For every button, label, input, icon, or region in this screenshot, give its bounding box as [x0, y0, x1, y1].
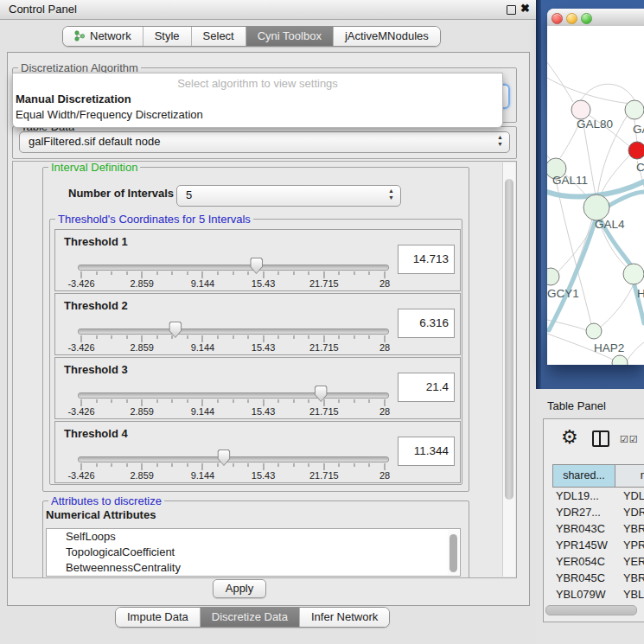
tab-discretize-data[interactable]: Discretize Data	[200, 608, 299, 627]
numerical-attributes-list[interactable]: SelfLoops TopologicalCoefficient Between…	[46, 528, 461, 577]
cell-shared: YBR045C	[552, 570, 618, 586]
table-row[interactable]: YBR043CYBR043C	[552, 520, 644, 537]
list-scrollbar[interactable]	[448, 530, 459, 575]
split-columns-icon[interactable]	[592, 430, 609, 447]
node-green-top[interactable]	[625, 100, 644, 119]
threshold-4-value-field[interactable]: 11.344	[398, 437, 455, 466]
threshold-2-value-field[interactable]: 6.316	[398, 309, 455, 338]
float-window-icon[interactable]	[507, 5, 516, 15]
algorithm-option-equal-width[interactable]: Equal Width/Frequency Discretization	[16, 108, 203, 121]
tab-infer-network[interactable]: Infer Network	[299, 608, 389, 627]
tab-network[interactable]: Network	[63, 27, 143, 46]
network-graph: GAL80 GA C GAL11 GAL4 GCY1 H HAP2	[547, 26, 644, 365]
node-hap2[interactable]	[586, 323, 602, 339]
column-header-shared-name[interactable]: shared...	[553, 465, 615, 487]
node-bottom[interactable]	[612, 355, 628, 365]
threshold-1-value-field[interactable]: 14.713	[398, 245, 455, 274]
cell-name: YDL19...	[618, 488, 644, 504]
algorithm-option-manual[interactable]: Manual Discretization	[16, 92, 131, 105]
screen: Control Panel ✖ Network Style Select Cyn…	[0, 0, 644, 644]
threshold-3-label: Threshold 3	[64, 363, 128, 376]
threshold-3-box: Threshold 3 -3.426 2.859 9.144 15.43 21.…	[54, 357, 461, 419]
table-row[interactable]: YDR27...YDR27...	[552, 504, 644, 520]
tab-style[interactable]: Style	[143, 27, 191, 46]
scale-tick-label: 2.859	[130, 342, 154, 353]
scale-tick-label: -3.426	[67, 470, 94, 481]
minimize-traffic-light[interactable]	[566, 13, 577, 24]
cell-shared: YDR27...	[552, 504, 618, 520]
algorithm-dropdown: Select algorithm to view settings Manual…	[12, 73, 503, 128]
panel-title: Control Panel	[9, 3, 77, 16]
gear-icon[interactable]: ⚙	[561, 426, 578, 449]
cell-name: YBR045C	[618, 570, 644, 586]
tab-select-label: Select	[203, 29, 234, 42]
cell-name: YPR145W	[618, 537, 644, 553]
checkbox-icons[interactable]: ☑☑	[620, 434, 639, 445]
settings-scrollbar-thumb[interactable]	[505, 179, 513, 500]
tab-network-label: Network	[90, 29, 131, 42]
scale-tick-label: -3.426	[67, 342, 94, 353]
table-panel-title: Table Panel	[547, 399, 606, 412]
table-row[interactable]: YER054CYER054C	[552, 553, 644, 570]
settings-scroll-area: Interval Definition Number of Intervals …	[12, 161, 517, 578]
network-canvas[interactable]: GAL80 GA C GAL11 GAL4 GCY1 H HAP2	[547, 26, 644, 365]
top-tab-bar: Network Style Select Cyni Toolbox jActiv…	[62, 26, 441, 47]
tab-jactivemnodules-label: jActiveMNodules	[345, 29, 429, 42]
close-icon[interactable]: ✖	[520, 2, 530, 15]
cell-shared: YBR043C	[552, 520, 618, 537]
threshold-3-slider-thumb[interactable]	[315, 386, 328, 402]
scale-tick-label: 2.859	[130, 406, 154, 417]
tab-jactivemnodules[interactable]: jActiveMNodules	[333, 27, 440, 46]
list-item[interactable]: BetweennessCentrality	[47, 560, 460, 576]
number-of-intervals-label: Number of Intervals	[68, 187, 174, 200]
threshold-2-slider-thumb[interactable]	[169, 322, 182, 338]
threshold-coordinates-label: Threshold's Coordinates for 5 Intervals	[55, 213, 253, 226]
h-scrollbar-thumb[interactable]	[545, 605, 637, 615]
apply-button[interactable]: Apply	[213, 579, 266, 598]
table-row[interactable]: YDL19...YDL19...	[552, 488, 644, 504]
node-red-selected[interactable]	[628, 142, 644, 159]
column-header-name[interactable]: name	[615, 465, 644, 487]
list-item[interactable]: SelfLoops	[47, 529, 460, 545]
node-label-gal80: GAL80	[577, 118, 613, 131]
tab-cyni-toolbox[interactable]: Cyni Toolbox	[245, 27, 333, 46]
tab-select[interactable]: Select	[191, 27, 245, 46]
threshold-3-scale: -3.426 2.859 9.144 15.43 21.715 28	[81, 406, 385, 417]
table-row[interactable]: YBL079WYBL079W	[552, 586, 644, 603]
scale-tick-label: -3.426	[67, 278, 94, 289]
node-table: shared... name YDL19...YDL19... YDR27...…	[552, 464, 644, 488]
cell-shared: YER054C	[552, 553, 618, 570]
zoom-traffic-light[interactable]	[581, 13, 592, 24]
table-data-combobox[interactable]: galFiltered.sif default node ▲▼	[19, 131, 510, 153]
network-window-titlebar	[547, 9, 644, 27]
settings-scrollbar[interactable]	[502, 163, 515, 577]
threshold-4-slider-thumb[interactable]	[217, 450, 230, 466]
tab-impute-data-label: Impute Data	[127, 610, 188, 623]
threshold-3-value-field[interactable]: 21.4	[398, 373, 455, 402]
tab-impute-data[interactable]: Impute Data	[116, 608, 200, 627]
threshold-4-label: Threshold 4	[64, 427, 128, 440]
table-row[interactable]: YPR145WYPR145W	[552, 537, 644, 553]
node-h[interactable]	[623, 264, 644, 284]
node-gcy1[interactable]	[547, 268, 559, 285]
node-label-c-cut: C	[636, 161, 644, 174]
node-gal4[interactable]	[583, 194, 609, 220]
scale-tick-label: 21.715	[309, 470, 339, 481]
number-of-intervals-combobox[interactable]: 5 ▲▼	[176, 185, 401, 207]
node-pink[interactable]	[571, 100, 590, 119]
list-item[interactable]: TopologicalCoefficient	[47, 545, 460, 560]
scale-tick-label: 21.715	[309, 278, 339, 289]
table-horizontal-scrollbar[interactable]	[545, 605, 635, 614]
cell-name: YBR043C	[618, 520, 644, 537]
scale-tick-label: 9.144	[191, 470, 215, 481]
control-panel-titlebar: Control Panel ✖	[0, 0, 536, 20]
number-of-intervals-value: 5	[186, 188, 192, 201]
scale-tick-label: -3.426	[67, 406, 94, 417]
network-icon	[74, 30, 86, 41]
network-view-window[interactable]: GAL80 GA C GAL11 GAL4 GCY1 H HAP2	[547, 9, 644, 365]
threshold-1-slider-thumb[interactable]	[250, 258, 263, 274]
table-row[interactable]: YBR045CYBR045C	[552, 570, 644, 586]
scale-tick-label: 28	[379, 470, 390, 481]
close-traffic-light[interactable]	[552, 13, 563, 24]
tab-style-label: Style	[155, 29, 180, 42]
